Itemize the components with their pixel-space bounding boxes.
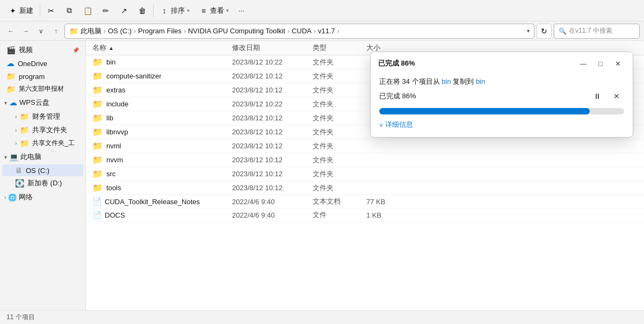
- file-name-cell: 📁 include: [92, 99, 232, 109]
- copy-button[interactable]: ⧉: [61, 4, 78, 17]
- col-name-header[interactable]: 名称 ▲: [92, 43, 232, 53]
- file-date-cell: 2023/8/12 10:12: [232, 128, 313, 136]
- table-row[interactable]: 📄 CUDA_Toolkit_Release_Notes 2022/4/6 9:…: [86, 195, 644, 208]
- dialog-details-toggle[interactable]: ∨ 详细信息: [379, 120, 624, 129]
- file-date-cell: 2022/4/6 9:40: [232, 211, 313, 219]
- path-dropdown-icon[interactable]: ▾: [527, 28, 530, 34]
- col-date-header[interactable]: 修改日期: [232, 43, 313, 53]
- onedrive-icon: ☁: [6, 59, 15, 68]
- new-icon: ✦: [9, 6, 17, 15]
- file-name-label: DOCS: [105, 211, 125, 219]
- share-button[interactable]: ↗: [115, 4, 133, 17]
- sidebar-item-label: 视频: [19, 45, 33, 55]
- folder-icon: 📁: [92, 127, 103, 137]
- path-sep-0: ›: [104, 27, 106, 35]
- sidebar-item-gongxiang[interactable]: › 📁 共享文件夹: [2, 124, 83, 136]
- folder-icon: 📁: [92, 71, 103, 81]
- drive-icon: 💽: [15, 179, 24, 188]
- file-date-cell: 2023/8/12 10:12: [232, 156, 313, 164]
- file-date-cell: 2023/8/12 10:12: [232, 170, 313, 178]
- file-name-cell: 📁 lib: [92, 113, 232, 123]
- cut-button[interactable]: ✂: [42, 4, 60, 17]
- main-layout: 🎬 视频 📌 ☁ OneDrive 📁 program 📁 第六支部申报材 ▾ …: [0, 41, 644, 310]
- dialog-pause-button[interactable]: ⏸: [590, 89, 605, 104]
- delete-icon: 🗑: [138, 6, 147, 15]
- doc-icon: 📄: [92, 211, 102, 219]
- sort-button[interactable]: ↕ 排序 ▾: [156, 4, 194, 18]
- path-sep-4: ›: [314, 27, 316, 35]
- dialog-minimize-button[interactable]: —: [576, 57, 591, 69]
- table-row[interactable]: 📄 DOCS 2022/4/6 9:40 文件 1 KB: [86, 208, 644, 222]
- sidebar: 🎬 视频 📌 ☁ OneDrive 📁 program 📁 第六支部申报材 ▾ …: [0, 41, 86, 310]
- chevron-right-icon: ›: [15, 140, 17, 146]
- table-row[interactable]: 📁 src 2023/8/12 10:12 文件夹: [86, 167, 644, 181]
- table-row[interactable]: 📁 tools 2023/8/12 10:12 文件夹: [86, 181, 644, 195]
- back-button[interactable]: ←: [4, 25, 17, 38]
- dialog-status-row: 已完成 86% ⏸ ✕: [379, 89, 624, 104]
- sidebar-item-liushang[interactable]: 📁 第六支部申报材: [2, 83, 83, 95]
- copy-icon: ⧉: [65, 6, 74, 15]
- sidebar-item-label: 新加卷 (D:): [27, 178, 62, 188]
- folder-icon: 📁: [6, 85, 16, 93]
- sidebar-item-label: OS (C:): [26, 167, 49, 175]
- col-type-header[interactable]: 类型: [313, 43, 366, 53]
- folder-icon: 📁: [92, 99, 103, 109]
- sidebar-item-label: 共享文件夹: [32, 125, 67, 135]
- dialog-maximize-button[interactable]: □: [593, 57, 608, 69]
- folder-icon: 📁: [92, 57, 103, 67]
- new-button[interactable]: ✦ 新建: [4, 4, 38, 18]
- table-row[interactable]: 📁 nvml 2023/8/12 10:12 文件夹: [86, 139, 644, 153]
- file-type-cell: 文本文档: [313, 197, 366, 206]
- paste-button[interactable]: 📋: [79, 4, 96, 17]
- file-name-label: tools: [106, 184, 121, 192]
- sidebar-item-video[interactable]: 🎬 视频 📌: [2, 44, 83, 56]
- sidebar-group-network[interactable]: › 🌐 网络: [0, 191, 85, 204]
- sidebar-item-newvol[interactable]: 💽 新加卷 (D:): [2, 177, 83, 190]
- file-name-cell: 📁 extras: [92, 85, 232, 95]
- more-button[interactable]: ···: [234, 4, 249, 17]
- dialog-copy-info: 正在将 34 个项目从 bin 复制到 bin: [379, 77, 624, 87]
- chevron-right-icon: ›: [15, 127, 17, 133]
- file-size-cell: 1 KB: [366, 211, 409, 219]
- up-button[interactable]: ↑: [49, 25, 62, 38]
- file-type-cell: 文件夹: [313, 141, 366, 151]
- copy-to-label: bin: [476, 77, 485, 85]
- statusbar: 11 个项目: [0, 310, 644, 324]
- forward-button[interactable]: →: [19, 25, 32, 38]
- folder-icon: 📁: [92, 113, 103, 123]
- sort-icon: ↕: [160, 6, 169, 15]
- search-box[interactable]: 🔍 在v11.7 中搜索: [554, 24, 640, 39]
- view-label: 查看: [210, 6, 224, 16]
- progress-bar-container: [379, 108, 624, 114]
- rename-button[interactable]: ✏: [97, 4, 114, 17]
- file-size-cell: 77 KB: [366, 198, 409, 206]
- dialog-stop-button[interactable]: ✕: [609, 89, 624, 104]
- col-type-label: 类型: [313, 44, 327, 52]
- search-icon: 🔍: [559, 27, 567, 35]
- table-row[interactable]: 📁 nvvm 2023/8/12 10:12 文件夹: [86, 153, 644, 167]
- file-name-label: bin: [106, 58, 115, 66]
- cut-icon: ✂: [47, 6, 55, 15]
- sidebar-item-gongxiang2[interactable]: › 📁 共享文件夹_工: [2, 137, 83, 149]
- network-icon: 🌐: [8, 193, 17, 201]
- file-name-cell: 📁 libnvvp: [92, 127, 232, 137]
- sidebar-item-onedrive[interactable]: ☁ OneDrive: [2, 57, 83, 70]
- file-name-cell: 📁 tools: [92, 183, 232, 193]
- sidebar-item-caiwu[interactable]: › 📁 财务管理: [2, 110, 83, 123]
- delete-button[interactable]: 🗑: [134, 4, 151, 17]
- sidebar-item-osdrive[interactable]: 🖥 OS (C:): [2, 164, 83, 176]
- dialog-close-button[interactable]: ✕: [610, 57, 625, 69]
- sidebar-group-wps[interactable]: ▾ ☁ WPS云盘: [0, 96, 85, 109]
- chevron-right-icon: ›: [4, 195, 6, 200]
- sidebar-item-program[interactable]: 📁 program: [2, 70, 83, 82]
- sidebar-group-thispc[interactable]: ▾ 💻 此电脑: [0, 150, 85, 163]
- file-type-cell: 文件夹: [313, 99, 366, 109]
- view-button[interactable]: ≡ 查看 ▾: [195, 4, 233, 18]
- addressbar: ← → ∨ ↑ 📁 此电脑 › OS (C:) › Program Files …: [0, 21, 644, 41]
- statusbar-text: 11 个项目: [6, 313, 35, 322]
- refresh-button[interactable]: ↻: [537, 24, 552, 39]
- file-name-label: CUDA_Toolkit_Release_Notes: [105, 198, 200, 206]
- recent-button[interactable]: ∨: [34, 25, 47, 38]
- drive-icon: 🖥: [15, 166, 23, 175]
- address-path[interactable]: 📁 此电脑 › OS (C:) › Program Files › NVIDIA…: [64, 24, 534, 39]
